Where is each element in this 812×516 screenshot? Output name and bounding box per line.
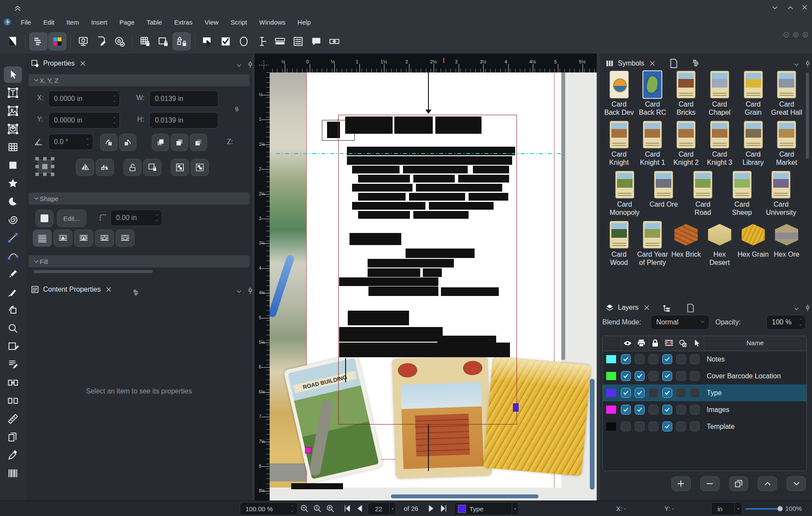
next-page-icon[interactable]: [426, 503, 436, 513]
symbol-card-ore[interactable]: Card Ore: [648, 171, 680, 208]
text-flow-use-image-clip-button[interactable]: [116, 230, 135, 247]
layer-printable-checkbox[interactable]: [635, 405, 645, 415]
color-palette-button[interactable]: [48, 32, 66, 50]
symbol-card-year-of-plenty[interactable]: Card Year of Plenty: [636, 221, 668, 267]
layer-text-flow-checkbox[interactable]: [662, 371, 672, 381]
properties-pin-icon[interactable]: [246, 60, 255, 69]
tool-insert-image-frame[interactable]: [4, 103, 22, 119]
layer-color-swatch[interactable]: [606, 389, 616, 397]
h-input[interactable]: 0.0139 in: [149, 112, 218, 129]
tool-select-item[interactable]: [4, 66, 22, 83]
zoom-slider[interactable]: [746, 508, 782, 510]
table-lock-button[interactable]: [136, 33, 154, 50]
content-properties-close-icon[interactable]: [105, 286, 113, 293]
menu-help[interactable]: Help: [292, 17, 317, 28]
layers-pin-icon[interactable]: [803, 304, 812, 312]
symbol-card-back-dev[interactable]: Card Back Dev: [603, 71, 635, 116]
document-triangle-button[interactable]: [4, 33, 21, 50]
tool-unlink-text-frames[interactable]: [4, 393, 22, 409]
layer-text-flow-checkbox[interactable]: [662, 388, 672, 398]
section-fill[interactable]: Fill: [28, 255, 249, 267]
content-palette-icon[interactable]: [132, 288, 141, 297]
preview-mode-button[interactable]: [75, 33, 92, 50]
pdf-text-annotation-button[interactable]: [308, 33, 325, 50]
window-close-icon[interactable]: [801, 3, 809, 11]
symbol-card-back-rc[interactable]: Card Back RC: [636, 71, 668, 116]
blend-mode-select[interactable]: Normal: [651, 315, 709, 330]
first-page-icon[interactable]: [342, 503, 352, 513]
symbol-hex-brick[interactable]: Hex Brick: [670, 221, 702, 258]
layer-outline-checkbox[interactable]: [676, 371, 686, 381]
zoom-in-icon[interactable]: [325, 503, 335, 513]
vertical-ruler[interactable]: ½11½22½33½44½55½66½77½88½: [258, 72, 270, 496]
page-number-dropdown[interactable]: ▾: [389, 503, 396, 515]
tool-insert-spiral[interactable]: [4, 211, 22, 228]
properties-close-icon[interactable]: [79, 60, 87, 67]
symbol-card-library[interactable]: Card Library: [737, 121, 769, 167]
corner-radius-spinner[interactable]: ⌃⌄: [155, 210, 158, 226]
symbol-card-university[interactable]: Card University: [765, 171, 797, 217]
guide-line[interactable]: [276, 153, 562, 154]
tool-eye-dropper[interactable]: [4, 447, 22, 463]
layer-selectable-checkbox[interactable]: [690, 371, 700, 381]
layer-visible-checkbox[interactable]: [621, 354, 631, 364]
text-flow-use-bounding-box-button[interactable]: [74, 230, 93, 247]
symbol-card-monopoly[interactable]: Card Monopoly: [609, 171, 641, 217]
active-layer-select[interactable]: Type ▾: [454, 502, 519, 515]
tool-insert-bezier-curve[interactable]: [4, 248, 22, 264]
shapes-lock-button[interactable]: [173, 32, 191, 50]
symbol-hex-ore[interactable]: Hex Ore: [771, 221, 803, 258]
layer-visible-checkbox[interactable]: [621, 422, 631, 431]
layer-selectable-checkbox[interactable]: [690, 422, 700, 431]
layer-text-flow-checkbox[interactable]: [662, 354, 672, 364]
previous-page-icon[interactable]: [355, 503, 365, 513]
symbols-list-icon[interactable]: [691, 58, 702, 68]
symbol-card-grain[interactable]: Card Grain: [737, 71, 769, 116]
layer-text-flow-checkbox[interactable]: [662, 405, 672, 415]
menu-script[interactable]: Script: [224, 17, 253, 28]
zoom-out-icon[interactable]: [299, 503, 309, 513]
properties-hscrollbar[interactable]: [34, 270, 153, 273]
menu-windows[interactable]: Windows: [253, 17, 292, 28]
layer-row-images[interactable]: Images: [603, 401, 806, 418]
symbol-card-market[interactable]: Card Market: [771, 121, 803, 167]
symbol-card-knight-3[interactable]: Card Knight 3: [704, 121, 736, 167]
frame-lock-button[interactable]: [154, 33, 172, 50]
rotation-input[interactable]: 0.0 ° ⌃⌄: [48, 134, 93, 150]
tool-edit-story-editor[interactable]: [4, 356, 22, 373]
opacity-input[interactable]: 100 % ⌃⌄: [766, 315, 806, 330]
layer-locked-checkbox[interactable]: [648, 354, 658, 364]
layer-row-type[interactable]: Type: [603, 384, 806, 401]
layer-locked-checkbox[interactable]: [648, 422, 658, 431]
symbol-card-road[interactable]: Card Road: [687, 171, 719, 217]
canvas-vscrollbar[interactable]: [590, 379, 595, 490]
printer-column-icon[interactable]: [636, 338, 646, 348]
shape-selector-button[interactable]: [35, 210, 54, 227]
pdf-text-field-button[interactable]: [253, 33, 271, 50]
window-maximize-icon[interactable]: [786, 3, 795, 12]
update-image-button[interactable]: [111, 33, 128, 50]
pdf-list-box-button[interactable]: [290, 33, 307, 50]
tool-zoom[interactable]: [4, 320, 22, 337]
select-cursor-column-icon[interactable]: [692, 338, 702, 348]
opacity-spinner[interactable]: ⌃⌄: [799, 315, 802, 329]
layers-close-icon[interactable]: [643, 304, 651, 311]
menu-extras[interactable]: Extras: [168, 17, 199, 28]
menu-edit[interactable]: Edit: [37, 17, 60, 28]
menu-view[interactable]: View: [198, 17, 224, 28]
shape-edit-button[interactable]: Edit...: [57, 210, 86, 227]
text-flow-use-contour-line-button[interactable]: [95, 230, 114, 247]
ruler-origin[interactable]: [258, 58, 270, 72]
zoom-level-input[interactable]: 100.00 % ⌃⌄: [240, 502, 298, 515]
layer-outline-checkbox[interactable]: [676, 388, 686, 398]
tool-insert-shape[interactable]: [4, 157, 22, 173]
content-properties-collapse-icon[interactable]: [236, 288, 242, 295]
outline-mode-column-icon[interactable]: [678, 338, 688, 348]
layer-color-swatch[interactable]: [606, 406, 616, 414]
layer-visible-checkbox[interactable]: [621, 405, 631, 415]
layer-row-cover-barcode-location[interactable]: Cover Barcode Location: [603, 368, 806, 384]
horizontal-ruler[interactable]: ½0½11½22½33½44½55½: [270, 58, 597, 72]
layer-visible-checkbox[interactable]: [621, 371, 631, 381]
pdf-radio-button-button[interactable]: [235, 33, 252, 50]
tool-insert-render-frame[interactable]: [4, 121, 22, 137]
